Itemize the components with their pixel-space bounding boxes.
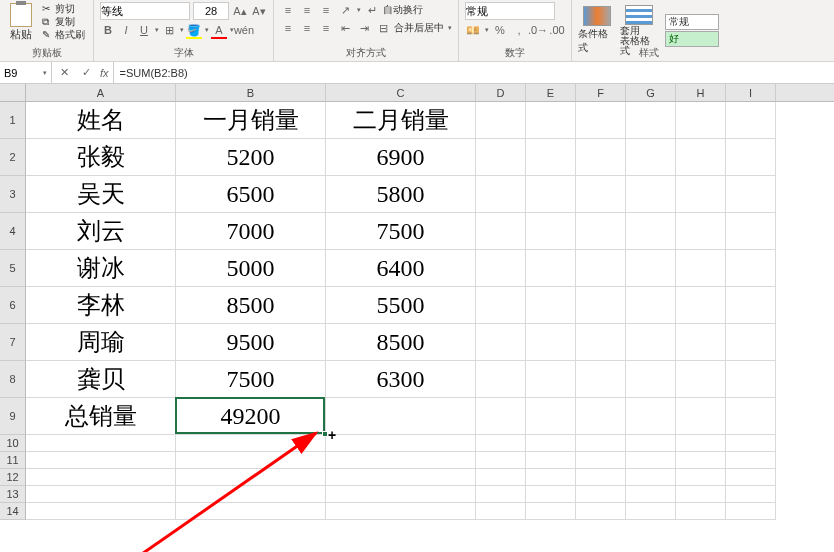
cell[interactable]: [526, 287, 576, 324]
cell[interactable]: [676, 398, 726, 435]
row-header[interactable]: 3: [0, 176, 26, 213]
cell[interactable]: [676, 469, 726, 486]
align-right-icon[interactable]: ≡: [318, 20, 334, 36]
increase-font-icon[interactable]: A▴: [232, 3, 248, 19]
cell[interactable]: 5800: [326, 176, 476, 213]
column-header[interactable]: F: [576, 84, 626, 101]
name-box[interactable]: B9 ▾: [0, 62, 52, 83]
cell[interactable]: [726, 361, 776, 398]
align-center-icon[interactable]: ≡: [299, 20, 315, 36]
cell[interactable]: [576, 176, 626, 213]
border-button[interactable]: ⊞: [161, 22, 177, 38]
font-name-select[interactable]: [100, 2, 190, 20]
cell[interactable]: [626, 176, 676, 213]
cell[interactable]: [576, 469, 626, 486]
cells-area[interactable]: 姓名一月销量二月销量张毅52006900吴天65005800刘云70007500…: [26, 102, 776, 520]
cell[interactable]: [526, 435, 576, 452]
merge-icon[interactable]: ⊟: [375, 20, 391, 36]
row-header[interactable]: 2: [0, 139, 26, 176]
cell[interactable]: 刘云: [26, 213, 176, 250]
cell[interactable]: [726, 324, 776, 361]
row-header[interactable]: 6: [0, 287, 26, 324]
formula-input[interactable]: =SUM(B2:B8): [114, 62, 834, 83]
cell[interactable]: 龚贝: [26, 361, 176, 398]
cell-style-good[interactable]: 好: [665, 31, 719, 47]
cell[interactable]: 49200: [176, 398, 326, 435]
row-header[interactable]: 7: [0, 324, 26, 361]
cell[interactable]: [176, 469, 326, 486]
cell[interactable]: [526, 503, 576, 520]
cell[interactable]: 5500: [326, 287, 476, 324]
cell[interactable]: [326, 486, 476, 503]
cell[interactable]: [676, 102, 726, 139]
font-color-button[interactable]: A: [211, 22, 227, 38]
cell[interactable]: [326, 452, 476, 469]
cell[interactable]: [626, 503, 676, 520]
cell[interactable]: [526, 469, 576, 486]
fill-color-button[interactable]: 🪣: [186, 22, 202, 38]
cell[interactable]: 总销量: [26, 398, 176, 435]
cell[interactable]: [726, 398, 776, 435]
column-header[interactable]: H: [676, 84, 726, 101]
column-header[interactable]: E: [526, 84, 576, 101]
cell[interactable]: [626, 287, 676, 324]
cell[interactable]: [626, 102, 676, 139]
currency-icon[interactable]: 💴: [465, 22, 481, 38]
cell[interactable]: 7000: [176, 213, 326, 250]
cell[interactable]: [526, 176, 576, 213]
phonetic-button[interactable]: wén: [236, 22, 252, 38]
increase-indent-icon[interactable]: ⇥: [356, 20, 372, 36]
cell[interactable]: [576, 102, 626, 139]
cell[interactable]: [576, 398, 626, 435]
cell[interactable]: [676, 503, 726, 520]
column-header[interactable]: G: [626, 84, 676, 101]
wrap-text-label[interactable]: 自动换行: [383, 3, 423, 17]
cell[interactable]: [676, 324, 726, 361]
column-header[interactable]: D: [476, 84, 526, 101]
cell[interactable]: [26, 469, 176, 486]
row-header[interactable]: 4: [0, 213, 26, 250]
cell[interactable]: [476, 469, 526, 486]
cell[interactable]: [476, 324, 526, 361]
accept-formula-icon[interactable]: ✓: [78, 65, 94, 81]
italic-button[interactable]: I: [118, 22, 134, 38]
cell[interactable]: [26, 503, 176, 520]
cell[interactable]: 6500: [176, 176, 326, 213]
cell[interactable]: [576, 452, 626, 469]
cell[interactable]: 7500: [176, 361, 326, 398]
row-header[interactable]: 1: [0, 102, 26, 139]
cell[interactable]: [576, 324, 626, 361]
cell[interactable]: [626, 452, 676, 469]
cell[interactable]: [576, 213, 626, 250]
cell[interactable]: 7500: [326, 213, 476, 250]
cell[interactable]: [676, 435, 726, 452]
cell[interactable]: [476, 176, 526, 213]
cell[interactable]: [726, 213, 776, 250]
cell[interactable]: [526, 250, 576, 287]
row-header[interactable]: 5: [0, 250, 26, 287]
cell[interactable]: 张毅: [26, 139, 176, 176]
underline-button[interactable]: U: [136, 22, 152, 38]
cell[interactable]: [676, 176, 726, 213]
cell[interactable]: [726, 486, 776, 503]
column-header[interactable]: A: [26, 84, 176, 101]
cell[interactable]: 8500: [326, 324, 476, 361]
cell[interactable]: [626, 486, 676, 503]
cell[interactable]: [626, 469, 676, 486]
cell[interactable]: [326, 398, 476, 435]
cell[interactable]: [726, 139, 776, 176]
cell[interactable]: [526, 139, 576, 176]
align-bottom-icon[interactable]: ≡: [318, 2, 334, 18]
cell[interactable]: [576, 486, 626, 503]
cell[interactable]: [576, 250, 626, 287]
cell[interactable]: [726, 250, 776, 287]
cell[interactable]: [726, 287, 776, 324]
cell[interactable]: 谢冰: [26, 250, 176, 287]
cell[interactable]: 5200: [176, 139, 326, 176]
cell[interactable]: [526, 102, 576, 139]
row-header[interactable]: 13: [0, 486, 26, 503]
cell[interactable]: [526, 486, 576, 503]
align-top-icon[interactable]: ≡: [280, 2, 296, 18]
cell[interactable]: [726, 469, 776, 486]
cell[interactable]: 周瑜: [26, 324, 176, 361]
